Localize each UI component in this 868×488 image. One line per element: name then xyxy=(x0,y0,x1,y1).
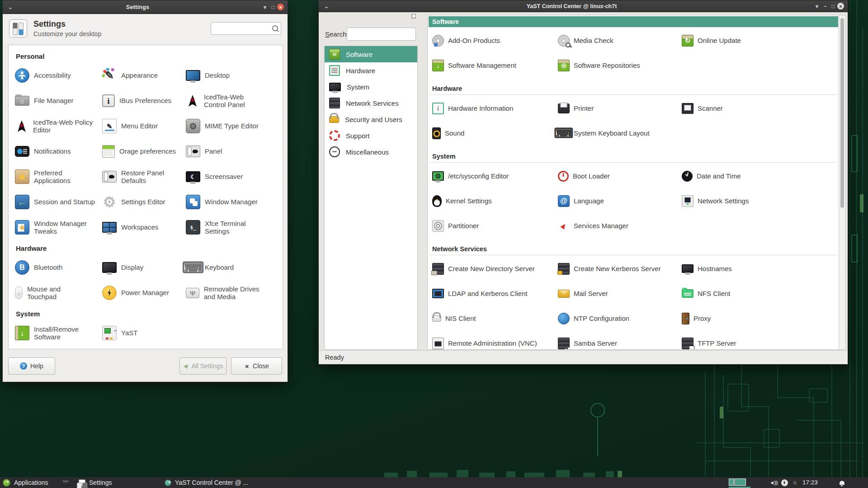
maximize-button[interactable]: □ xyxy=(829,3,837,9)
settings-item-workspaces[interactable]: Workspaces xyxy=(102,222,186,233)
yast-module-ldap-and-kerberos-client[interactable]: LDAP and Kerberos Client xyxy=(432,289,558,298)
yast-module-date-and-time[interactable]: Date and Time xyxy=(682,171,838,182)
settings-item-notifications[interactable]: Notifications xyxy=(15,146,102,157)
settings-item-appearance[interactable]: ✎Appearance xyxy=(102,68,186,83)
taskbar-window-button-yast-control-center[interactable]: YaST Control Center @ ... xyxy=(162,477,251,488)
sidebar-item-software[interactable]: ≋Software xyxy=(325,46,417,62)
yast-module-system-keyboard-layout[interactable]: ⌨System Keyboard Layout xyxy=(558,127,682,139)
taskbar-window-button-settings[interactable]: Settings xyxy=(76,477,115,488)
yast-module-scanner[interactable]: Scanner xyxy=(682,103,838,114)
settings-item-icedtea-web-control-panel[interactable]: IcedTea-Web Control Panel xyxy=(186,93,283,109)
close-button[interactable]: × Close xyxy=(231,357,282,375)
yast-module-software-repositories[interactable]: ◎Software Repositories xyxy=(558,60,682,71)
settings-item-menu-editor[interactable]: ✎Menu Editor xyxy=(102,119,186,133)
network-icon[interactable]: ↑↓ xyxy=(790,477,799,488)
yast-module-ntp-configuration[interactable]: NTP Configuration xyxy=(558,313,682,324)
settings-item-file-manager[interactable]: ⌂File Manager xyxy=(15,96,102,106)
yast-module-printer[interactable]: Printer xyxy=(558,103,682,113)
search-input[interactable] xyxy=(211,22,281,35)
settings-item-install-remove-software[interactable]: ↓Install/Remove Software xyxy=(15,325,102,341)
detach-handle-icon[interactable] xyxy=(411,14,416,19)
yast-module-create-new-kerberos-server[interactable]: Create New Kerberos Server xyxy=(558,263,682,275)
settings-item-screensaver[interactable]: ☾Screensaver xyxy=(186,171,283,182)
sidebar-item-miscellaneous[interactable]: •••Miscellaneous xyxy=(325,144,417,160)
yast-module-label: System Keyboard Layout xyxy=(574,129,650,137)
yast-module-create-new-directory-server[interactable]: Create New Directory Server xyxy=(432,263,558,275)
shade-button[interactable]: ▾ xyxy=(261,4,269,10)
close-window-button[interactable]: × xyxy=(277,4,284,10)
yast-module-remote-administration-vnc[interactable]: Remote Administration (VNC) xyxy=(432,338,558,349)
yast-module-samba-server[interactable]: Samba Server xyxy=(558,338,682,349)
applications-menu-button[interactable]: Applications xyxy=(3,479,48,487)
settings-item-icedtea-web-policy-editor[interactable]: IcedTea-Web Policy Editor xyxy=(15,118,102,134)
yast-module-sound[interactable]: Sound xyxy=(432,127,558,139)
settings-item-ibus-preferences[interactable]: iIBus Preferences xyxy=(102,94,186,107)
settings-titlebar[interactable]: ⌄ Settings ▾ □ × xyxy=(3,0,288,14)
sidebar-item-network-services[interactable]: Network Services xyxy=(325,95,417,111)
settings-item-session-and-startup[interactable]: ←Session and Startup xyxy=(15,195,102,209)
workspace-1[interactable] xyxy=(729,479,734,486)
yast-module-partitioner[interactable]: Partitioner xyxy=(432,220,558,232)
yast-module-add-on-products[interactable]: Add-On Products xyxy=(432,35,558,47)
settings-item-window-manager[interactable]: Window Manager xyxy=(186,195,283,209)
workspace-2[interactable] xyxy=(734,479,746,486)
maximize-button[interactable]: □ xyxy=(269,4,277,10)
yast-module-mail-server[interactable]: Mail Server xyxy=(558,290,682,298)
settings-item-power-manager[interactable]: Power Manager xyxy=(102,286,186,300)
shade-button[interactable]: ▾ xyxy=(813,3,821,9)
yast-module-hostnames[interactable]: Hostnames xyxy=(682,264,838,273)
settings-item-restore-panel-defaults[interactable]: Restore Panel Defaults xyxy=(102,169,186,185)
yast-module-kernel-settings[interactable]: Kernel Settings xyxy=(432,195,558,207)
sidebar-item-system[interactable]: System xyxy=(325,79,417,95)
settings-item-label: Bluetooth xyxy=(34,263,62,271)
yast-module-network-settings[interactable]: Network Settings xyxy=(682,195,838,207)
volume-icon[interactable]: ◄))) xyxy=(769,477,778,488)
settings-item-window-manager-tweaks[interactable]: ★Window Manager Tweaks xyxy=(15,220,102,235)
workspace-switcher[interactable] xyxy=(729,479,746,486)
yast-module-hardware-information[interactable]: iHardware Information xyxy=(432,103,558,114)
settings-item-accessibility[interactable]: Accessibility xyxy=(15,68,102,83)
settings-item-yast[interactable]: YaST xyxy=(102,326,186,340)
power-icon[interactable] xyxy=(780,477,788,488)
window-menu-icon[interactable]: ⌄ xyxy=(6,4,14,10)
sidebar-item-hardware[interactable]: Hardware xyxy=(325,62,417,79)
show-desktop-button[interactable] xyxy=(62,480,69,486)
notifications-bell-icon[interactable] xyxy=(837,477,846,488)
all-settings-button[interactable]: ◀ All Settings xyxy=(179,357,226,375)
close-window-button[interactable]: × xyxy=(837,3,844,9)
settings-item-removable-drives-and-media[interactable]: ΨRemovable Drives and Media xyxy=(186,285,283,301)
settings-item-panel[interactable]: Panel xyxy=(186,145,283,157)
yast-module-boot-loader[interactable]: Boot Loader xyxy=(558,171,682,182)
yast-module-etc-sysconfig-editor[interactable]: ⚙/etc/sysconfig Editor xyxy=(432,171,558,181)
yast-module-software-management[interactable]: ↓Software Management xyxy=(432,60,558,71)
yast-module-proxy[interactable]: Proxy xyxy=(682,313,838,324)
settings-item-orage-preferences[interactable]: Orage preferences xyxy=(102,145,186,158)
settings-item-settings-editor[interactable]: ⚙Settings Editor xyxy=(102,195,186,209)
yast-module-services-manager[interactable]: ▲Services Manager xyxy=(558,220,682,232)
settings-item-preferred-applications[interactable]: ★Preferred Applications xyxy=(15,169,102,185)
vnc-window-icon xyxy=(432,338,444,349)
yast-titlebar[interactable]: ⌄ YaST Control Center @ linux-ch7t ▾ − □… xyxy=(319,0,848,12)
settings-item-keyboard[interactable]: ⌨Keyboard xyxy=(186,260,283,275)
yast-module-nis-client[interactable]: NIS Client xyxy=(432,314,558,322)
yast-module-nfs-client[interactable]: NFS Client xyxy=(682,289,838,298)
scrollbar-thumb[interactable] xyxy=(840,18,844,208)
window-menu-icon[interactable]: ⌄ xyxy=(322,3,330,9)
sidebar-item-security-and-users[interactable]: Security and Users xyxy=(325,111,417,127)
minimize-button[interactable]: − xyxy=(821,3,829,9)
window-manager-icon xyxy=(186,195,200,209)
yast-module-tftp-server[interactable]: TFTP Server xyxy=(682,338,838,349)
settings-item-xfce-terminal-settings[interactable]: $_Xfce Terminal Settings xyxy=(186,220,283,235)
sidebar-item-support[interactable]: Support xyxy=(325,127,417,144)
yast-search-input[interactable] xyxy=(347,28,416,41)
scrollbar-track[interactable] xyxy=(839,15,846,350)
yast-module-media-check[interactable]: Media Check xyxy=(558,35,682,47)
yast-module-language[interactable]: @Language xyxy=(558,195,682,207)
settings-item-mime-type-editor[interactable]: ⚙MIME Type Editor xyxy=(186,119,283,133)
help-button[interactable]: ? Help xyxy=(8,357,55,375)
settings-item-bluetooth[interactable]: BBluetooth xyxy=(15,260,102,275)
yast-module-online-update[interactable]: ↻Online Update xyxy=(682,35,838,47)
settings-item-display[interactable]: Display xyxy=(102,262,186,273)
settings-item-desktop[interactable]: Desktop xyxy=(186,70,283,81)
settings-item-mouse-and-touchpad[interactable]: Mouse and Touchpad xyxy=(15,285,102,301)
